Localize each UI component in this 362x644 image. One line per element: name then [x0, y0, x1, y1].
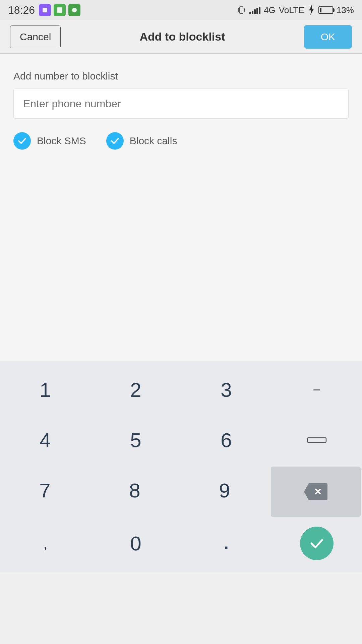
- vibrate-icon: [237, 5, 246, 15]
- status-app-icons: [39, 4, 80, 16]
- svg-rect-5: [240, 7, 243, 13]
- key-space[interactable]: [272, 415, 362, 465]
- header-title: Add to blocklist: [140, 30, 225, 43]
- ok-button[interactable]: OK: [304, 25, 352, 49]
- confirm-icon: [300, 527, 334, 560]
- svg-marker-6: [309, 5, 314, 15]
- status-left: 18:26: [8, 4, 80, 16]
- app-icon-1: [39, 4, 51, 16]
- svg-rect-0: [43, 8, 47, 12]
- key-0[interactable]: 0: [90, 518, 181, 569]
- block-sms-check-icon: [13, 132, 31, 150]
- key-4[interactable]: 4: [0, 415, 90, 465]
- backspace-icon: ✕: [304, 483, 327, 500]
- keyboard: 1 2 3 − 4 5 6 7 8 9 ✕ , 0 .: [0, 361, 362, 572]
- battery-container: [318, 6, 333, 14]
- keyboard-row-4: , 0 .: [0, 518, 362, 569]
- cancel-button[interactable]: Cancel: [10, 25, 61, 48]
- key-7[interactable]: 7: [0, 465, 90, 516]
- svg-rect-1: [57, 7, 62, 13]
- empty-area: [0, 160, 362, 361]
- status-right: 4G VoLTE 13%: [237, 5, 354, 15]
- block-sms-checkbox[interactable]: Block SMS: [13, 132, 86, 150]
- network-label: VoLTE: [279, 5, 304, 15]
- svg-rect-4: [244, 8, 245, 12]
- key-3[interactable]: 3: [181, 365, 272, 415]
- block-calls-checkbox[interactable]: Block calls: [106, 132, 177, 150]
- signal-icon: [249, 6, 260, 14]
- charging-icon: [308, 5, 315, 15]
- status-bar: 18:26: [0, 0, 362, 20]
- form-content: Add number to blocklist Block SMS Block …: [0, 54, 362, 160]
- key-1[interactable]: 1: [0, 365, 90, 415]
- key-backspace[interactable]: ✕: [271, 467, 361, 517]
- block-sms-label: Block SMS: [37, 135, 86, 147]
- key-5[interactable]: 5: [90, 415, 181, 465]
- key-comma[interactable]: ,: [0, 518, 90, 569]
- section-label: Add number to blocklist: [13, 70, 349, 82]
- block-calls-check-icon: [106, 132, 124, 150]
- key-confirm[interactable]: [272, 518, 362, 569]
- keyboard-row-1: 1 2 3 −: [0, 365, 362, 415]
- svg-point-2: [72, 8, 77, 12]
- battery-fill: [320, 8, 321, 12]
- key-2[interactable]: 2: [90, 365, 181, 415]
- keyboard-row-2: 4 5 6: [0, 415, 362, 465]
- svg-rect-3: [238, 8, 239, 12]
- key-period[interactable]: .: [181, 518, 272, 569]
- key-8[interactable]: 8: [90, 465, 180, 516]
- svg-rect-7: [307, 438, 326, 442]
- battery-icon: [318, 6, 333, 14]
- block-calls-label: Block calls: [130, 135, 177, 147]
- header: Cancel Add to blocklist OK: [0, 20, 362, 54]
- app-icon-3: [68, 4, 80, 16]
- status-time: 18:26: [8, 4, 35, 16]
- app-icon-2: [54, 4, 66, 16]
- network-type: 4G: [264, 5, 276, 15]
- phone-number-input[interactable]: [13, 89, 349, 119]
- key-9[interactable]: 9: [180, 465, 269, 516]
- key-dash[interactable]: −: [272, 365, 362, 415]
- battery-percent: 13%: [337, 5, 354, 15]
- checkbox-row: Block SMS Block calls: [13, 132, 349, 150]
- key-6[interactable]: 6: [181, 415, 272, 465]
- keyboard-row-3: 7 8 9 ✕: [0, 465, 362, 518]
